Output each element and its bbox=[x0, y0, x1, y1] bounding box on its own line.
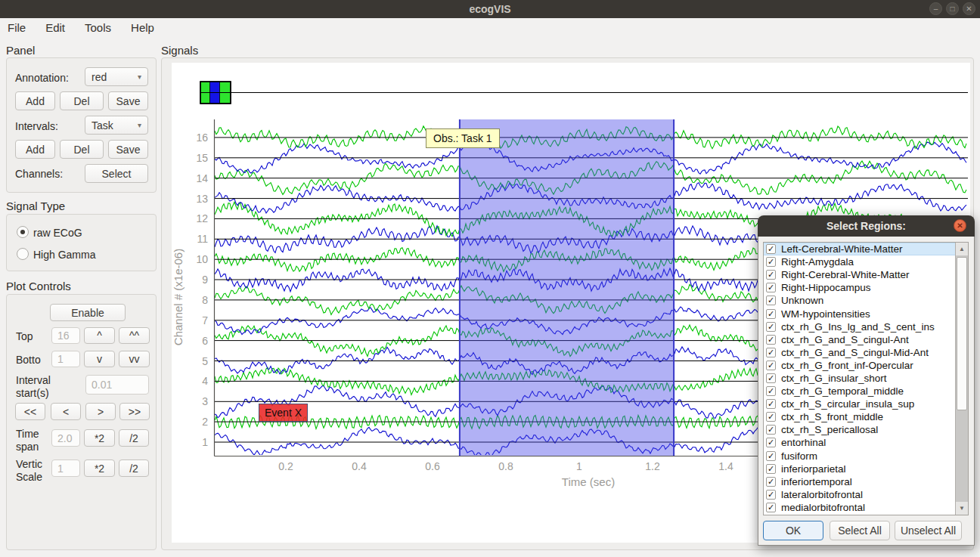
step-forward-button[interactable]: > bbox=[85, 403, 116, 420]
signals-group-title: Signals bbox=[161, 44, 198, 57]
intervals-save-button[interactable]: Save bbox=[108, 140, 148, 159]
checkbox-checked-icon[interactable]: ✓ bbox=[766, 412, 776, 422]
checkbox-checked-icon[interactable]: ✓ bbox=[766, 309, 776, 319]
page-forward-button[interactable]: >> bbox=[119, 403, 150, 420]
region-item[interactable]: ✓ctx_rh_G_temporal_middle bbox=[764, 385, 955, 398]
region-item[interactable]: ✓medialorbitofrontal bbox=[764, 501, 955, 514]
region-item[interactable]: ✓Left-Cerebral-White-Matter bbox=[764, 243, 955, 255]
checkbox-checked-icon[interactable]: ✓ bbox=[766, 451, 776, 461]
region-item-label: ctx_rh_S_pericallosal bbox=[781, 424, 878, 435]
select-all-button[interactable]: Select All bbox=[830, 521, 890, 540]
channel-up-button[interactable]: ^ bbox=[84, 327, 115, 344]
intervals-add-button[interactable]: Add bbox=[15, 140, 55, 159]
bottom-label: Botto bbox=[16, 354, 41, 366]
region-item[interactable]: ✓Right-Amygdala bbox=[764, 255, 955, 268]
menu-edit[interactable]: Edit bbox=[45, 21, 76, 34]
top-field[interactable]: 16 bbox=[51, 327, 80, 344]
menu-help[interactable]: Help bbox=[131, 21, 165, 34]
scroll-down-icon[interactable]: ▼ bbox=[956, 502, 968, 515]
intervals-combobox-value: Task bbox=[91, 119, 113, 132]
region-item[interactable]: ✓ctx_rh_G_front_inf-Opercular bbox=[764, 359, 955, 372]
checkbox-checked-icon[interactable]: ✓ bbox=[766, 438, 776, 447]
checkbox-checked-icon[interactable]: ✓ bbox=[766, 322, 776, 332]
ok-button[interactable]: OK bbox=[763, 521, 823, 540]
region-item[interactable]: ✓ctx_rh_G_insular_short bbox=[764, 372, 955, 385]
checkbox-checked-icon[interactable]: ✓ bbox=[766, 348, 776, 357]
scroll-up-icon[interactable]: ▲ bbox=[956, 243, 968, 255]
menu-file[interactable]: File bbox=[8, 21, 36, 34]
svg-text:0.4: 0.4 bbox=[352, 460, 367, 472]
svg-text:10: 10 bbox=[196, 253, 208, 265]
channel-down-button[interactable]: v bbox=[84, 351, 115, 367]
intervals-combobox[interactable]: Task ▾ bbox=[85, 116, 148, 135]
checkbox-checked-icon[interactable]: ✓ bbox=[766, 283, 776, 292]
close-icon[interactable]: ✕ bbox=[963, 2, 975, 15]
region-item[interactable]: ✓Unknown bbox=[764, 294, 955, 307]
vertical-scale-mul-button[interactable]: *2 bbox=[84, 460, 115, 477]
checkbox-checked-icon[interactable]: ✓ bbox=[766, 335, 776, 345]
region-item[interactable]: ✓lateralorbitofrontal bbox=[764, 488, 955, 501]
menu-tools[interactable]: Tools bbox=[85, 21, 122, 34]
event-annotation-tag[interactable]: Event X bbox=[259, 404, 308, 422]
checkbox-checked-icon[interactable]: ✓ bbox=[766, 296, 776, 305]
signal-type-group-title: Signal Type bbox=[6, 200, 65, 212]
region-item[interactable]: ✓inferiortemporal bbox=[764, 475, 955, 488]
annotation-combobox[interactable]: red ▾ bbox=[85, 67, 148, 86]
region-item[interactable]: ✓ctx_rh_G_and_S_cingul-Mid-Ant bbox=[764, 346, 955, 359]
region-item[interactable]: ✓ctx_rh_S_pericallosal bbox=[764, 423, 955, 436]
bottom-field[interactable]: 1 bbox=[51, 351, 80, 367]
region-item-label: medialorbitofrontal bbox=[781, 502, 865, 513]
time-span-mul-button[interactable]: *2 bbox=[84, 429, 115, 447]
region-list-scrollbar[interactable]: ▲ ▼ bbox=[955, 243, 968, 515]
high-gamma-radio[interactable] bbox=[17, 248, 29, 260]
checkbox-checked-icon[interactable]: ✓ bbox=[766, 270, 776, 280]
svg-text:3: 3 bbox=[202, 395, 208, 407]
channel-up-fast-button[interactable]: ^^ bbox=[119, 327, 150, 344]
region-item[interactable]: ✓ctx_rh_G_Ins_lg_and_S_cent_ins bbox=[764, 320, 955, 333]
vertical-scale-div-button[interactable]: /2 bbox=[119, 460, 149, 477]
region-item[interactable]: ✓ctx_rh_S_front_middle bbox=[764, 410, 955, 423]
intervals-del-button[interactable]: Del bbox=[60, 140, 104, 159]
region-list: ✓Left-Cerebral-White-Matter✓Right-Amygda… bbox=[763, 242, 969, 515]
interval-start-field[interactable]: 0.01 bbox=[85, 375, 149, 395]
raw-ecog-radio[interactable] bbox=[17, 226, 29, 238]
checkbox-checked-icon[interactable]: ✓ bbox=[766, 464, 776, 474]
annotation-add-button[interactable]: Add bbox=[15, 91, 55, 110]
minimize-icon[interactable]: – bbox=[929, 2, 942, 15]
checkbox-checked-icon[interactable]: ✓ bbox=[766, 386, 776, 396]
checkbox-checked-icon[interactable]: ✓ bbox=[766, 361, 776, 370]
annotation-save-button[interactable]: Save bbox=[108, 91, 148, 110]
checkbox-checked-icon[interactable]: ✓ bbox=[766, 373, 776, 383]
region-item[interactable]: ✓Right-Hippocampus bbox=[764, 281, 955, 294]
checkbox-checked-icon[interactable]: ✓ bbox=[766, 399, 776, 409]
region-item[interactable]: ✓inferiorparietal bbox=[764, 463, 955, 475]
scrollbar-handle[interactable] bbox=[957, 257, 967, 410]
checkbox-checked-icon[interactable]: ✓ bbox=[766, 244, 776, 254]
svg-text:8: 8 bbox=[202, 294, 208, 306]
annotation-del-button[interactable]: Del bbox=[60, 91, 104, 110]
maximize-icon[interactable]: □ bbox=[946, 2, 959, 15]
titlebar: ecogVIS – □ ✕ bbox=[0, 0, 980, 18]
region-item[interactable]: ✓WM-hypointensities bbox=[764, 307, 955, 320]
region-item[interactable]: ✓ctx_rh_S_circular_insula_sup bbox=[764, 398, 955, 410]
unselect-all-button[interactable]: Unselect All bbox=[895, 521, 962, 540]
step-back-button[interactable]: < bbox=[51, 403, 81, 420]
region-item-label: inferiorparietal bbox=[781, 463, 846, 475]
region-item[interactable]: ✓entorhinal bbox=[764, 436, 955, 449]
checkbox-checked-icon[interactable]: ✓ bbox=[766, 257, 776, 267]
region-item[interactable]: ✓Right-Cerebral-White-Matter bbox=[764, 268, 955, 281]
dialog-close-icon[interactable]: ✕ bbox=[954, 219, 966, 232]
region-item[interactable]: ✓fusiform bbox=[764, 450, 955, 463]
checkbox-checked-icon[interactable]: ✓ bbox=[766, 425, 776, 435]
checkbox-checked-icon[interactable]: ✓ bbox=[766, 503, 776, 512]
time-span-div-button[interactable]: /2 bbox=[119, 429, 149, 447]
checkbox-checked-icon[interactable]: ✓ bbox=[766, 490, 776, 500]
vertical-scale-field[interactable]: 1 bbox=[51, 460, 80, 477]
time-span-field[interactable]: 2.0 bbox=[51, 429, 80, 447]
channel-down-fast-button[interactable]: vv bbox=[119, 351, 150, 367]
channels-select-button[interactable]: Select bbox=[85, 164, 148, 183]
checkbox-checked-icon[interactable]: ✓ bbox=[766, 477, 776, 487]
page-back-button[interactable]: << bbox=[15, 403, 45, 420]
enable-button[interactable]: Enable bbox=[50, 304, 126, 321]
region-item[interactable]: ✓ctx_rh_G_and_S_cingul-Ant bbox=[764, 333, 955, 346]
